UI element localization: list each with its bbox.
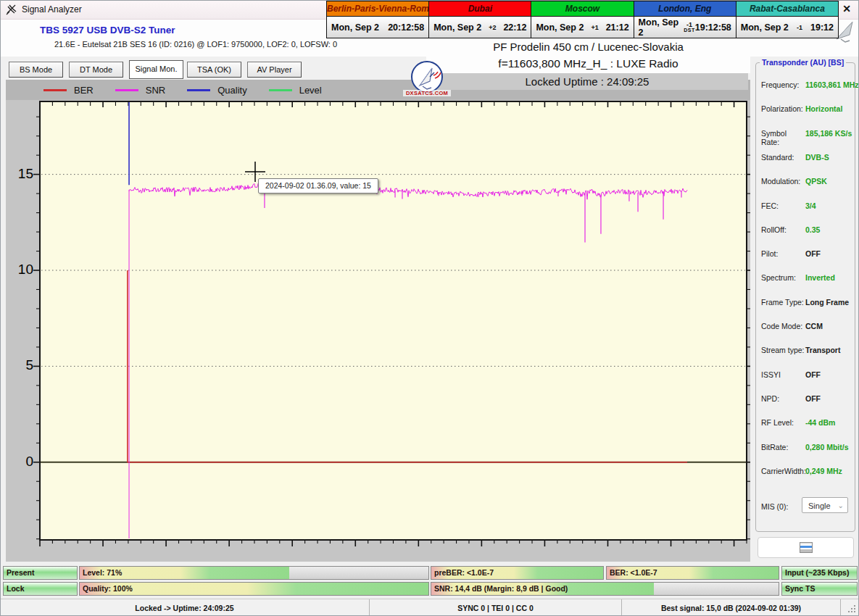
clock-2: MoscowMon, Sep 2+121:12 [531, 1, 634, 38]
statusbar-section-0: Locked -> Uptime: 24:09:25 [0, 599, 370, 616]
field-label: Stream type: [761, 346, 805, 356]
transponder-row: Code Mode:CCM [761, 322, 851, 332]
field-label: CarrierWidth: [761, 467, 805, 477]
chart-tooltip: 2024-09-02 01.36.09, value: 15 [258, 178, 378, 193]
chevron-down-icon: ⌄ [838, 498, 844, 514]
transponder-row: RollOff:0.35 [761, 225, 851, 236]
statusbar-section-2: Best signal: 15,0 dB (2024-09-02 01:39) [622, 599, 841, 616]
y-axis-label: 15 [9, 166, 33, 182]
resize-grip[interactable] [848, 604, 857, 613]
logo-circle [411, 61, 443, 93]
field-value: Horizontal [805, 104, 842, 115]
bar-label: Quality: 100% [83, 583, 133, 595]
field-value: 0,249 MHz [805, 467, 842, 477]
field-label: RollOff: [761, 225, 805, 236]
mis-value: Single [808, 501, 831, 510]
transponder-row: Symbol Rate:185,186 KS/s [761, 129, 851, 139]
clock-city: London, Eng [634, 1, 736, 17]
field-value: Long Frame [805, 298, 849, 308]
statusbar-section-1: SYNC 0 | TEI 0 | CC 0 [370, 599, 622, 616]
y-axis-label: 0 [9, 454, 33, 470]
transponder-row: Modulation:QPSK [761, 177, 851, 187]
tab-tsa-ok-[interactable]: TSA (OK) [187, 62, 241, 78]
y-axis-label: 5 [9, 357, 33, 373]
tab-signal-mon-[interactable]: Signal Mon. [129, 60, 183, 79]
tab-av-player[interactable]: AV Player [247, 62, 302, 78]
transponder-row: Frequency:11603,861 MHz [761, 80, 851, 91]
field-label: RF Level: [761, 418, 805, 428]
indicator-sync: Sync TS [781, 582, 858, 596]
panel-button[interactable] [758, 537, 854, 558]
signal-chart[interactable] [6, 80, 750, 562]
field-value: Transport [805, 346, 840, 356]
clock-offset: -1DST [684, 22, 695, 33]
indicator-present: Present [3, 566, 78, 580]
bar-label: preBER: <1.0E-7 [434, 567, 494, 579]
field-label: ISSYI [761, 370, 805, 380]
clock-3: London, EngMon, Sep 2-1DST19:12:58 [634, 1, 736, 38]
transponder-row: Frame Type:Long Frame [761, 298, 851, 308]
field-value: 11603,861 MHz [805, 80, 859, 91]
mis-label: MIS (0): [761, 502, 788, 511]
bar-label: Input (~235 Kbps) [785, 567, 849, 579]
close-icon[interactable]: ✕ [837, 1, 856, 17]
clock-day: Mon, Sep 2 [639, 17, 684, 38]
signal-chart-area[interactable]: BERSNRQualityLevel 051015 [6, 80, 750, 562]
field-label: FEC: [761, 201, 805, 212]
bar-label: BER: <1.0E-7 [610, 567, 657, 579]
field-label: Frame Type: [761, 298, 805, 308]
clock-hms: 22:12 [503, 22, 526, 33]
clock-time: Mon, Sep 2+121:12 [531, 17, 633, 38]
transponder-row: ISSYIOFF [761, 370, 851, 380]
field-label: Frequency: [761, 80, 805, 91]
transponder-row: RF Level:-44 dBm [761, 418, 851, 428]
indicator-ber: BER: <1.0E-7 [606, 566, 779, 580]
transponder-row: Polarization:Horizontal [761, 104, 851, 115]
field-value: Inverted [805, 273, 835, 283]
transponder-panel: Transponder (AU) [BS] Frequency:11603,86… [755, 62, 855, 532]
bar-label: Present [7, 567, 35, 579]
field-value: OFF [805, 249, 821, 259]
field-label: Code Mode: [761, 322, 805, 332]
transponder-row: BitRate:0,280 Mbit/s [761, 443, 851, 453]
transponder-row: Stream type:Transport [761, 346, 851, 356]
field-label: Spectrum: [761, 273, 805, 283]
site-description: PF Prodelin 450 cm / Lucenec-Slovakia [426, 41, 750, 53]
logo-text: DXSATCS.COM [403, 90, 451, 96]
clock-offset: -1 [797, 25, 802, 30]
clock-offset: +2 [489, 25, 496, 30]
world-clock-panel: Berlin-Paris-Vienna-RomaMon, Sep 220:12:… [326, 1, 839, 38]
status-bar: Locked -> Uptime: 24:09:25SYNC 0 | TEI 0… [0, 599, 859, 616]
y-axis-label: 10 [9, 262, 33, 278]
clock-city: Dubai [429, 1, 531, 17]
field-label: BitRate: [761, 443, 805, 453]
field-label: Standard: [761, 153, 805, 163]
clock-time: Mon, Sep 220:12:58 [327, 17, 428, 38]
field-label: Symbol Rate: [761, 129, 805, 139]
field-value: 0.35 [805, 225, 820, 236]
indicator-quality: Quality: 100% [79, 582, 429, 596]
clock-day: Mon, Sep 2 [536, 22, 584, 33]
transponder-group-title: Transponder (AU) [BS] [760, 58, 846, 67]
transponder-row: Standard:DVB-S [761, 153, 851, 163]
transponder-row: Pilot:OFF [761, 249, 851, 259]
bar-label: Level: 71% [83, 567, 122, 579]
mis-dropdown[interactable]: Single ⌄ [802, 497, 848, 513]
clock-time: Mon, Sep 2-119:12 [736, 17, 838, 38]
clock-hms: 19:12 [810, 22, 834, 33]
clock-0: Berlin-Paris-Vienna-RomaMon, Sep 220:12:… [327, 1, 429, 38]
clock-offset: +1 [591, 25, 598, 30]
field-value: -44 dBm [805, 418, 835, 428]
transponder-row: NPD:OFF [761, 394, 851, 404]
field-label: Modulation: [761, 177, 805, 187]
clock-day: Mon, Sep 2 [741, 22, 789, 33]
clock-time: Mon, Sep 2-1DST19:12:58 [634, 17, 736, 38]
tab-bs-mode[interactable]: BS Mode [9, 62, 63, 78]
indicator-input: Input (~235 Kbps) [781, 566, 858, 580]
list-icon [800, 542, 813, 553]
tuner-subtitle: 21.6E - Eutelsat 21B SES 16 (ID: 0216) @… [54, 40, 337, 49]
tab-dt-mode[interactable]: DT Mode [69, 62, 123, 78]
clock-city: Rabat-Casablanca [736, 1, 838, 17]
field-value: 0,280 Mbit/s [805, 443, 849, 453]
bar-label: Sync TS [785, 583, 815, 595]
